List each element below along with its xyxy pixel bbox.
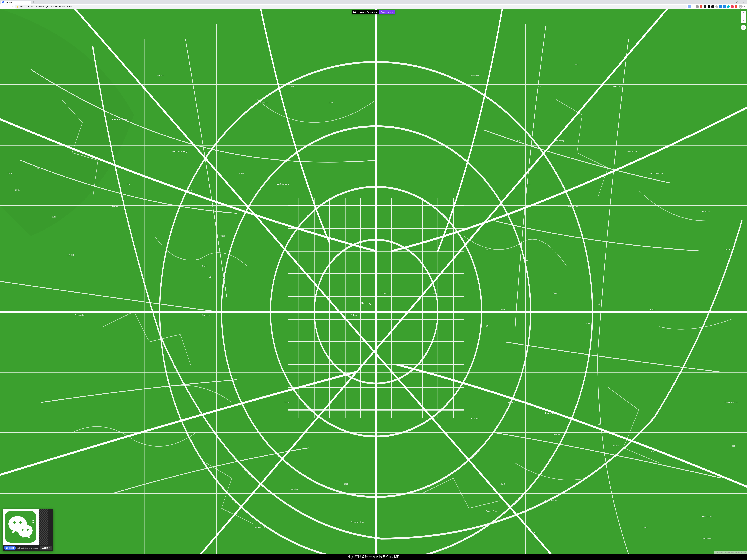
browser-tab[interactable]: Cartogram × — [1, 1, 31, 4]
drag-hint: or Drag & drop a new image. — [17, 547, 38, 549]
address-bar[interactable]: 🔒 https://apps.mapbox.com/cartogram/#10.… — [15, 5, 687, 8]
subtitle-bar: 比如可以设计一款微信风格的地图 — [0, 554, 747, 560]
lock-icon: 🔒 — [17, 5, 19, 8]
cyan-circle-icon[interactable] — [727, 5, 730, 8]
new-tab-button[interactable]: + — [32, 0, 35, 4]
pocket-icon[interactable] — [731, 5, 733, 8]
select-image-button[interactable]: ▣ Select — [4, 546, 16, 550]
brand-name: mapbox — [357, 11, 364, 13]
svg-point-10 — [27, 529, 29, 531]
tab-favicon — [2, 1, 4, 3]
style-source-card: ▣ Select or Drag & drop a new image. Cus… — [3, 509, 53, 551]
chevron-down-icon: ▾ — [49, 547, 50, 549]
tab-title: Cartogram — [5, 1, 14, 3]
chrome-menu-icon[interactable]: ⋮ — [743, 5, 746, 8]
browser-toolbar: ← → ⟳ 🔒 https://apps.mapbox.com/cartogra… — [0, 4, 747, 9]
window-titlebar: Cartogram × + ─ ▢ ✕ — [0, 0, 747, 4]
saved-style-button[interactable]: Saved style! ⧉ — [379, 10, 395, 14]
open-external-icon: ⧉ — [392, 11, 393, 13]
window-minimize-icon[interactable]: ─ — [727, 0, 734, 4]
header-pill: mapbox | Cartogram Saved style! ⧉ — [352, 10, 395, 14]
svg-point-6 — [18, 524, 32, 537]
forward-button: → — [5, 4, 9, 9]
zoom-out-button[interactable]: − — [741, 15, 746, 19]
locate-control: ◎ — [741, 25, 746, 30]
translate-icon[interactable] — [688, 5, 691, 8]
mapbox-logo-icon — [353, 11, 356, 14]
red-dot-icon[interactable] — [700, 5, 702, 8]
window-maximize-icon[interactable]: ▢ — [734, 0, 741, 4]
url-text: https://apps.mapbox.com/cartogram/#10.73… — [20, 5, 73, 8]
locate-button[interactable]: ◎ — [741, 25, 746, 30]
extension-icons: ☆ — [688, 5, 738, 8]
gray-circle-icon[interactable] — [715, 5, 718, 8]
select-label: Select — [8, 547, 14, 549]
camera-icon[interactable] — [696, 5, 699, 8]
zoom-in-button[interactable]: ＋ — [741, 11, 746, 15]
svg-point-7 — [13, 521, 16, 524]
color-handle-green[interactable] — [32, 520, 34, 523]
reload-button[interactable]: ⟳ — [9, 4, 14, 9]
source-image[interactable] — [3, 509, 38, 545]
black-circle-icon[interactable] — [707, 5, 710, 8]
back-button[interactable]: ← — [1, 4, 5, 9]
color-handle-white-2[interactable] — [22, 535, 24, 538]
subtitle-text: 比如可以设计一款微信风格的地图 — [348, 555, 400, 559]
window-close-icon[interactable]: ✕ — [741, 0, 747, 4]
zoom-controls: ＋ − ⇧ — [741, 11, 746, 23]
brand-badge: mapbox | Cartogram — [352, 10, 379, 14]
product-name: Cartogram — [367, 11, 378, 14]
map-canvas[interactable]: Beijing Forbidden CityXichengFengtaiShij… — [0, 9, 747, 554]
grid-icon[interactable] — [712, 5, 714, 8]
image-icon: ▣ — [6, 547, 8, 549]
compass-button[interactable]: ⇧ — [741, 19, 746, 23]
custom-dropdown[interactable]: Custom ▾ — [40, 546, 52, 550]
map-attribution[interactable]: © Mapbox © OpenStreetMap Improve this ma… — [714, 552, 747, 554]
profile-avatar[interactable]: y — [739, 5, 743, 8]
wechat-logo-icon — [5, 511, 36, 542]
svg-point-8 — [19, 521, 22, 524]
blue-square-icon[interactable] — [719, 5, 722, 8]
download-icon[interactable] — [723, 5, 726, 8]
svg-point-9 — [22, 529, 24, 531]
star-icon[interactable]: ☆ — [692, 5, 695, 8]
color-handle-white[interactable] — [21, 517, 23, 519]
saved-style-label: Saved style! — [381, 11, 391, 13]
close-tab-icon[interactable]: × — [28, 1, 30, 3]
panda-icon[interactable] — [704, 5, 706, 8]
pin-icon[interactable] — [735, 5, 738, 8]
custom-label: Custom — [42, 547, 48, 549]
map-svg — [0, 9, 747, 554]
transparency-swatch — [38, 509, 48, 545]
